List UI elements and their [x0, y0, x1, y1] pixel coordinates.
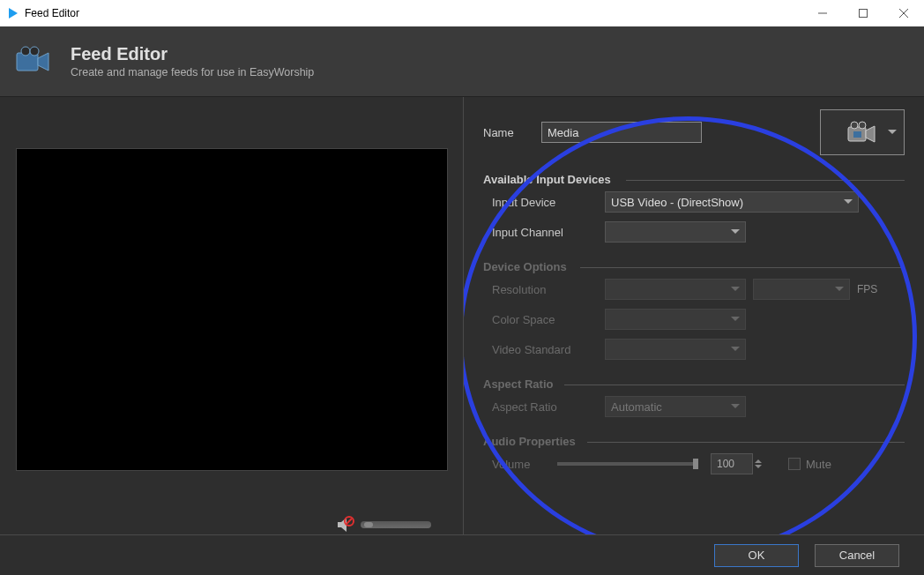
window-titlebar: Feed Editor: [0, 0, 924, 26]
chevron-down-icon: [731, 347, 740, 351]
svg-point-15: [859, 122, 866, 129]
group-aspect-ratio: Aspect Ratio: [483, 377, 905, 391]
volume-spinner: [711, 453, 762, 474]
thumbnail-selector[interactable]: [820, 109, 905, 155]
volume-slider: [557, 462, 698, 466]
dialog-footer: OK Cancel: [0, 534, 924, 575]
color-space-label: Color Space: [492, 313, 605, 326]
svg-point-7: [21, 47, 30, 56]
aspect-ratio-value: Automatic: [611, 400, 662, 414]
aspect-ratio-label: Aspect Ratio: [492, 400, 605, 414]
window-minimize-button[interactable]: [802, 0, 843, 26]
chevron-down-icon: [844, 199, 853, 204]
video-standard-select: [605, 339, 746, 360]
input-device-value: USB Video - (DirectShow): [611, 196, 743, 209]
dialog-title: Feed Editor: [71, 44, 314, 64]
resolution-select: [605, 279, 746, 300]
input-device-label: Input Device: [492, 196, 605, 209]
video-standard-label: Video Standard: [492, 343, 605, 356]
camera-icon: [14, 41, 55, 82]
svg-marker-0: [9, 8, 18, 19]
app-icon: [7, 7, 19, 19]
preview-pane: [0, 97, 463, 534]
window-close-button[interactable]: [883, 0, 924, 26]
chevron-down-icon: [731, 229, 740, 234]
dialog-subtitle: Create and manage feeds for use in EasyW…: [71, 66, 314, 78]
video-preview: [16, 148, 448, 471]
group-audio-properties: Audio Properties: [483, 435, 905, 448]
chevron-down-icon: [888, 130, 897, 134]
input-channel-select[interactable]: [605, 221, 746, 243]
mute-checkbox: [788, 458, 801, 470]
mute-label: Mute: [806, 458, 831, 471]
name-label: Name: [483, 126, 529, 139]
chevron-down-icon: [731, 287, 740, 291]
svg-line-11: [346, 519, 352, 524]
speaker-muted-icon[interactable]: [336, 515, 355, 534]
group-input-devices: Available Input Devices: [483, 173, 905, 186]
resolution-label: Resolution: [492, 283, 605, 296]
fps-select: [753, 279, 850, 300]
svg-marker-13: [866, 126, 875, 142]
cancel-button[interactable]: Cancel: [815, 544, 899, 567]
input-device-select[interactable]: USB Video - (DirectShow): [605, 191, 859, 213]
name-input[interactable]: [541, 122, 702, 143]
color-space-select: [605, 309, 746, 330]
group-device-options: Device Options: [483, 260, 905, 273]
volume-value: [711, 453, 753, 474]
input-channel-label: Input Channel: [492, 226, 605, 239]
window-title: Feed Editor: [25, 7, 79, 19]
svg-rect-2: [860, 10, 868, 18]
svg-rect-16: [853, 131, 861, 138]
properties-pane: Name Available Input Devices Input Devic…: [463, 97, 924, 534]
ok-button[interactable]: OK: [714, 544, 799, 567]
svg-marker-6: [38, 53, 48, 71]
chevron-down-icon: [731, 404, 740, 408]
fps-suffix: FPS: [857, 283, 877, 295]
svg-point-8: [30, 47, 39, 56]
aspect-ratio-select: Automatic: [605, 396, 746, 417]
svg-point-14: [851, 122, 858, 129]
preview-volume-slider[interactable]: [361, 521, 431, 528]
window-maximize-button[interactable]: [843, 0, 883, 26]
volume-label: Volume: [492, 458, 557, 471]
dialog-header: Feed Editor Create and manage feeds for …: [0, 26, 924, 97]
chevron-down-icon: [835, 287, 844, 291]
chevron-down-icon: [731, 317, 740, 321]
